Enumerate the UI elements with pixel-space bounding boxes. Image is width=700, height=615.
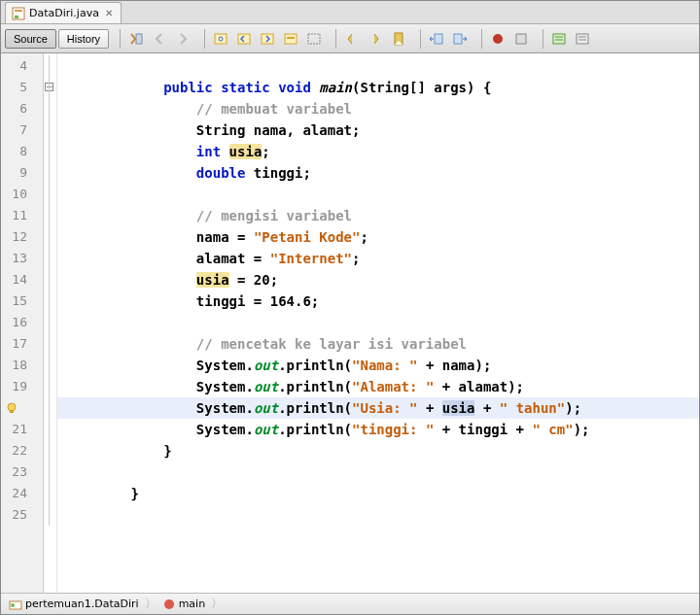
code-area[interactable]: public static void main(String[] args) {… xyxy=(57,53,699,593)
code-line[interactable]: public static void main(String[] args) { xyxy=(57,77,699,98)
breadcrumb-method-label: main xyxy=(179,598,205,610)
code-line[interactable]: // mengisi variabel xyxy=(57,205,699,226)
svg-point-26 xyxy=(164,599,174,609)
line-number: 24 xyxy=(1,483,43,504)
line-number: 10 xyxy=(1,184,43,205)
toggle-highlight-icon[interactable] xyxy=(280,28,301,50)
toggle-rect-select-icon[interactable] xyxy=(303,28,325,50)
code-line[interactable] xyxy=(57,55,699,77)
code-line[interactable]: System.out.println("Usia: " + usia + " t… xyxy=(57,397,699,419)
code-line[interactable]: tinggi = 164.6; xyxy=(57,290,699,312)
chevron-right-icon: 〉 xyxy=(211,596,223,612)
stop-macro-icon[interactable] xyxy=(510,28,532,50)
svg-rect-3 xyxy=(136,34,142,44)
svg-point-14 xyxy=(493,34,503,44)
separator xyxy=(481,29,482,49)
code-line[interactable] xyxy=(57,184,699,205)
line-number: 7 xyxy=(1,120,43,141)
find-next-icon[interactable] xyxy=(257,28,278,50)
uncomment-icon[interactable] xyxy=(572,28,593,50)
code-line[interactable]: // membuat variabel xyxy=(57,98,699,120)
svg-rect-23 xyxy=(10,410,14,413)
line-number: 13 xyxy=(1,248,43,269)
svg-rect-13 xyxy=(454,34,462,44)
chevron-right-icon: 〉 xyxy=(145,596,157,612)
line-number: 21 xyxy=(1,419,43,440)
find-selection-icon[interactable] xyxy=(210,28,231,50)
method-icon xyxy=(162,598,176,611)
svg-rect-2 xyxy=(15,10,22,12)
svg-rect-6 xyxy=(238,34,250,44)
svg-rect-1 xyxy=(15,16,18,18)
code-line[interactable]: nama = "Petani Kode"; xyxy=(57,226,699,248)
line-number: 4 xyxy=(1,55,43,77)
source-button[interactable]: Source xyxy=(5,29,56,49)
svg-rect-19 xyxy=(577,34,588,44)
shift-right-icon[interactable] xyxy=(449,28,471,50)
line-number: 16 xyxy=(1,312,43,333)
hint-bulb-icon[interactable] xyxy=(1,397,43,419)
back-icon[interactable] xyxy=(149,28,170,50)
line-number: 25 xyxy=(1,504,43,526)
file-tab[interactable]: DataDiri.java ✕ xyxy=(5,2,122,23)
history-button[interactable]: History xyxy=(58,29,109,49)
code-line[interactable] xyxy=(57,504,699,526)
separator xyxy=(204,29,205,49)
line-number: 17 xyxy=(1,333,43,355)
code-line[interactable]: } xyxy=(57,483,699,504)
breadcrumb-method[interactable]: main xyxy=(158,598,209,611)
toggle-bookmark-icon[interactable] xyxy=(388,28,409,50)
code-line[interactable]: double tinggi; xyxy=(57,162,699,184)
svg-point-25 xyxy=(11,603,15,607)
code-line[interactable]: System.out.println("tinggi: " + tinggi +… xyxy=(57,419,699,440)
code-line[interactable]: int usia; xyxy=(57,141,699,162)
comment-icon[interactable] xyxy=(548,28,570,50)
svg-rect-12 xyxy=(435,34,442,44)
separator xyxy=(120,29,121,49)
breadcrumb-bar: pertemuan1.DataDiri 〉 main 〉 xyxy=(1,593,699,614)
svg-point-22 xyxy=(8,403,16,411)
line-number: 8 xyxy=(1,141,43,162)
svg-rect-7 xyxy=(262,34,273,44)
breadcrumb-class[interactable]: pertemuan1.DataDiri xyxy=(5,598,143,611)
svg-rect-10 xyxy=(308,34,320,44)
tab-close-icon[interactable]: ✕ xyxy=(103,8,115,18)
code-line[interactable]: usia = 20; xyxy=(57,269,699,290)
line-number: 19 xyxy=(1,376,43,397)
tab-filename: DataDiri.java xyxy=(29,7,99,19)
svg-rect-16 xyxy=(553,34,565,44)
forward-icon[interactable] xyxy=(172,28,193,50)
code-line[interactable] xyxy=(57,461,699,483)
svg-rect-9 xyxy=(287,37,295,39)
code-line[interactable] xyxy=(57,312,699,333)
fold-strip: − xyxy=(44,53,57,593)
line-number-gutter: 456789101112131415161718192122232425 xyxy=(1,53,44,593)
code-line[interactable]: // mencetak ke layar isi variabel xyxy=(57,333,699,355)
code-line[interactable]: alamat = "Internet"; xyxy=(57,248,699,269)
code-line[interactable]: } xyxy=(57,440,699,461)
editor-tabbar: DataDiri.java ✕ xyxy=(1,1,699,24)
prev-bookmark-icon[interactable] xyxy=(341,28,363,50)
last-edit-icon[interactable] xyxy=(125,28,147,50)
breadcrumb-class-label: pertemuan1.DataDiri xyxy=(25,598,139,610)
code-line[interactable]: System.out.println("Nama: " + nama); xyxy=(57,355,699,376)
line-number: 11 xyxy=(1,205,43,226)
line-number: 12 xyxy=(1,226,43,248)
code-line[interactable]: String nama, alamat; xyxy=(57,120,699,141)
line-number: 22 xyxy=(1,440,43,461)
line-number: 14 xyxy=(1,269,43,290)
code-line[interactable]: System.out.println("Alamat: " + alamat); xyxy=(57,376,699,397)
code-editor[interactable]: 456789101112131415161718192122232425 − p… xyxy=(1,53,699,593)
find-prev-icon[interactable] xyxy=(233,28,255,50)
svg-rect-15 xyxy=(516,34,526,44)
start-macro-icon[interactable] xyxy=(487,28,508,50)
line-number: 15 xyxy=(1,290,43,312)
line-number: 6 xyxy=(1,98,43,120)
next-bookmark-icon[interactable] xyxy=(365,28,386,50)
line-number: 9 xyxy=(1,162,43,184)
java-file-icon xyxy=(12,7,25,20)
separator xyxy=(542,29,543,49)
shift-left-icon[interactable] xyxy=(426,28,447,50)
editor-toolbar: Source History xyxy=(1,24,699,53)
svg-rect-4 xyxy=(215,34,227,44)
